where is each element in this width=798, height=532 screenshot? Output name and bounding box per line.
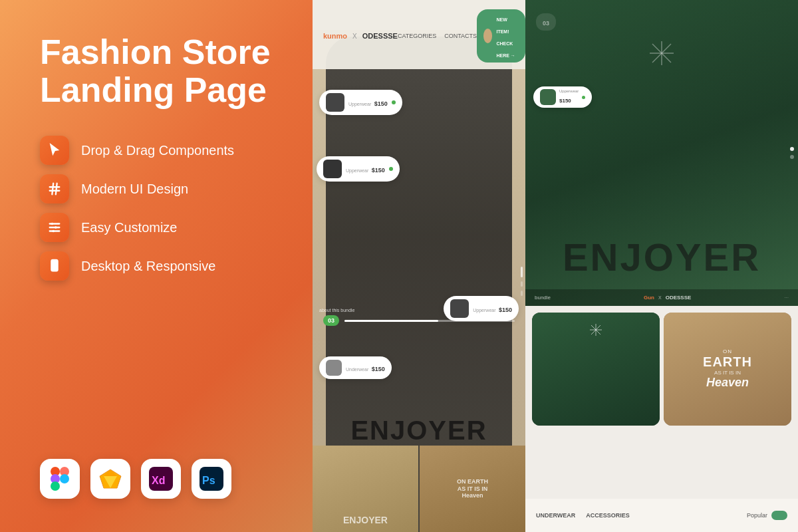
- new-item-text: NEW ITEM! CHECK HERE →: [496, 12, 519, 60]
- new-item-badge[interactable]: NEW ITEM! CHECK HERE →: [477, 9, 525, 63]
- right-side: 03 Upperwear: [525, 0, 798, 532]
- fashion-bg: Upperwear $150 Upperwear $150: [313, 30, 525, 532]
- right-top-panel: 03 Upperwear: [525, 0, 798, 306]
- xd-tool[interactable]: Xd: [141, 459, 181, 499]
- scroll-dot-active: [521, 267, 523, 277]
- logo-right: ODESSSE: [362, 32, 398, 40]
- responsive-icon-box: [40, 251, 69, 281]
- sketch-icon: [98, 468, 122, 489]
- svg-rect-11: [51, 481, 60, 491]
- rb-nav-accessories[interactable]: ACCESSORIES: [586, 512, 630, 519]
- rt-bundle-text: bundle: [535, 295, 551, 301]
- responsive-label: Desktop & Responsive: [81, 259, 215, 274]
- rt-tag-info: Upperwear $150: [559, 89, 579, 105]
- enjoyer-overlay: ENJOYER: [313, 416, 525, 446]
- rb-popular-text: Popular: [747, 512, 767, 519]
- rb-photo-1: [532, 313, 660, 426]
- svg-point-4: [55, 227, 57, 229]
- sketch-tool[interactable]: [90, 459, 130, 499]
- modern-ui-icon-box: [40, 174, 69, 203]
- svg-point-12: [60, 474, 69, 483]
- avatar: [483, 29, 492, 43]
- rb-photo-2-text: ON EARTH AS IT IS IN Heaven: [664, 313, 791, 426]
- right-panel: kunmo X ODESSSE CATEGORIES CONTACTS NEW …: [313, 0, 798, 532]
- figma-tool[interactable]: [40, 459, 80, 499]
- nav-categories[interactable]: CATEGORIES: [398, 33, 436, 39]
- rt-logo-sep: X: [658, 295, 662, 300]
- rb-popular-icon[interactable]: [771, 511, 787, 520]
- bundle-overlay: about this bundle: [319, 308, 354, 313]
- rt-logo-left: Gun: [644, 295, 654, 301]
- progress-fill: [344, 320, 438, 322]
- feature-modern-ui: Modern UI Design: [40, 174, 273, 203]
- mockup-logo: kunmo X ODESSSE: [323, 32, 398, 40]
- thumb-1: ENJOYER: [313, 446, 418, 532]
- rb-popular: Popular: [747, 511, 787, 520]
- rb-two-photos: ON EARTH AS IT IS IN Heaven: [525, 306, 798, 432]
- device-icon: [47, 259, 62, 273]
- tag-thumb-2: [323, 160, 342, 178]
- svg-point-3: [51, 223, 54, 225]
- rb-photo-2: ON EARTH AS IT IS IN Heaven: [664, 313, 791, 426]
- tag-dot-1: [392, 100, 396, 104]
- rt-tag-dot: [582, 96, 585, 99]
- xd-icon: Xd: [149, 467, 173, 491]
- bottom-thumbnails: ENJOYER ON EARTHAS IT IS INHeaven: [313, 446, 525, 532]
- progress-bar: 03: [323, 315, 515, 326]
- customize-icon-box: [40, 213, 69, 242]
- rt-logo: Gun X ODESSSE: [644, 295, 691, 301]
- product-tag-1[interactable]: Upperwear $150: [319, 90, 402, 115]
- rt-product-tag[interactable]: Upperwear $150: [533, 86, 592, 108]
- drag-drop-icon-box: [40, 136, 69, 165]
- rb-nav-underwear[interactable]: UNDERWEAR: [536, 512, 575, 519]
- modern-ui-label: Modern UI Design: [81, 182, 188, 197]
- mockup-nav: kunmo X ODESSSE CATEGORIES CONTACTS NEW …: [313, 0, 525, 69]
- figma-icon: [51, 467, 69, 491]
- drag-drop-label: Drop & Drag Components: [81, 143, 234, 158]
- product-tag-2[interactable]: Upperwear $150: [317, 156, 400, 182]
- rb-bottom-bar: UNDERWEAR ACCESSORIES Popular: [525, 499, 798, 532]
- rt-dot-1: [790, 147, 794, 151]
- rt-tag-thumb: [540, 89, 556, 105]
- tag-info-1: Upperwear $150: [348, 96, 388, 108]
- svg-text:Ps: Ps: [202, 475, 215, 486]
- hash-icon: [47, 182, 62, 196]
- rb-star: [589, 323, 602, 339]
- svg-point-7: [54, 269, 55, 271]
- rb-nav-links: UNDERWEAR ACCESSORIES: [536, 512, 630, 519]
- scroll-dots: [521, 267, 523, 296]
- logo-sep: X: [352, 33, 357, 40]
- rt-dots-text: ···: [784, 295, 789, 301]
- nav-contacts[interactable]: CONTACTS: [444, 33, 477, 39]
- sliders-icon: [47, 220, 62, 235]
- progress-num: 03: [323, 315, 339, 326]
- tag-info-3: Upperwear $150: [473, 303, 512, 315]
- tag-info-2: Upperwear $150: [346, 163, 385, 175]
- feature-customize: Easy Customize: [40, 213, 273, 242]
- progress-track: [344, 320, 515, 322]
- scroll-dot-2: [521, 291, 523, 296]
- right-bottom-panel: ON EARTH AS IT IS IN Heaven UNDERWEAR AC…: [525, 306, 798, 532]
- tag-thumb-4: [326, 360, 342, 376]
- rt-dot-2: [790, 155, 794, 159]
- svg-text:Xd: Xd: [152, 475, 165, 486]
- mockup-nav-links: CATEGORIES CONTACTS: [398, 33, 477, 39]
- tag-dot-2: [389, 167, 393, 171]
- features-list: Drop & Drag Components Modern UI Design: [40, 136, 273, 281]
- rt-logo-right: ODESSSE: [666, 295, 692, 301]
- rb-star-icon: [589, 323, 602, 336]
- rt-enjoyer: ENJOYER: [525, 235, 798, 279]
- product-tag-4[interactable]: Underwear $150: [319, 356, 392, 379]
- feature-responsive: Desktop & Responsive: [40, 251, 273, 281]
- tag-thumb-1: [326, 93, 344, 112]
- rt-bottom-bar: bundle Gun X ODESSSE ···: [525, 289, 798, 306]
- tag-info-4: Underwear $150: [346, 362, 385, 374]
- feature-drag-drop: Drop & Drag Components: [40, 136, 273, 165]
- thumb-2: ON EARTHAS IT IS INHeaven: [420, 446, 525, 532]
- left-content: Fashion Store Landing Page Drop & Drag C…: [40, 33, 273, 307]
- ps-tool[interactable]: Ps: [192, 459, 231, 499]
- center-mockup: kunmo X ODESSSE CATEGORIES CONTACTS NEW …: [313, 0, 525, 532]
- tools-row: Xd Ps: [40, 459, 273, 499]
- logo-left: kunmo: [323, 32, 347, 40]
- left-panel: Fashion Store Landing Page Drop & Drag C…: [0, 0, 313, 532]
